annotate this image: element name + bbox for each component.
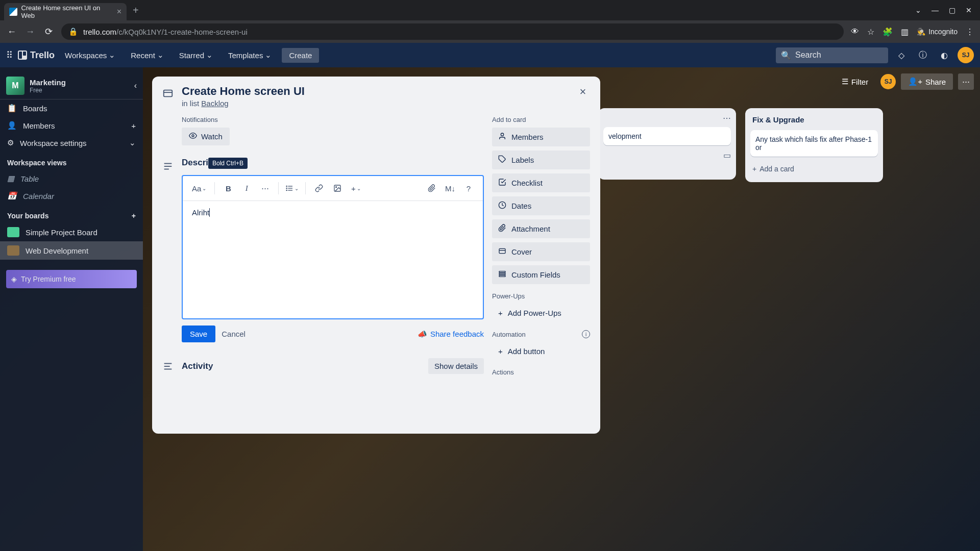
- list-button[interactable]: ⌄: [284, 180, 300, 196]
- italic-button[interactable]: I: [238, 180, 255, 196]
- card-modal: × Create Home screen UI in list Backlog …: [152, 77, 600, 434]
- cover-button[interactable]: Cover: [492, 242, 590, 261]
- tag-icon: [498, 155, 506, 165]
- labels-button[interactable]: Labels: [492, 151, 590, 169]
- editor-textarea[interactable]: Alriht: [183, 201, 483, 318]
- cancel-button[interactable]: Cancel: [222, 330, 246, 338]
- markdown-button[interactable]: M↓: [442, 180, 458, 196]
- insert-button[interactable]: +⌄: [348, 180, 364, 196]
- dates-button[interactable]: Dates: [492, 196, 590, 215]
- editor-help-button[interactable]: ?: [460, 180, 477, 196]
- save-button[interactable]: Save: [182, 325, 215, 342]
- share-feedback-link[interactable]: 📣 Share feedback: [418, 330, 484, 339]
- attachment-button[interactable]: Attachment: [492, 219, 590, 238]
- add-automation-button[interactable]: +Add button: [492, 342, 590, 360]
- svg-point-2: [192, 135, 194, 137]
- editor-toolbar: Aa⌄ B I ⋯ ⌄ +⌄ M↓ ?: [183, 176, 483, 201]
- checklist-button[interactable]: Checklist: [492, 173, 590, 192]
- description-icon: [162, 161, 175, 174]
- text-style-button[interactable]: Aa⌄: [189, 180, 209, 196]
- svg-rect-20: [499, 248, 505, 253]
- watch-button[interactable]: Watch: [182, 128, 230, 145]
- eye-icon: [189, 132, 197, 141]
- members-button[interactable]: Members: [492, 128, 590, 146]
- svg-rect-23: [499, 273, 505, 275]
- attachment-button[interactable]: [424, 180, 440, 196]
- svg-rect-22: [499, 271, 505, 273]
- person-icon: [498, 132, 506, 142]
- notifications-label: Notifications: [182, 116, 484, 123]
- separator: [278, 182, 279, 194]
- bold-tooltip: Bold Ctrl+B: [208, 158, 248, 169]
- svg-point-17: [501, 133, 503, 136]
- card-icon: [162, 88, 175, 102]
- link-button[interactable]: [311, 180, 327, 196]
- card-list-location: in list Backlog: [182, 99, 305, 108]
- megaphone-icon: 📣: [418, 330, 427, 339]
- add-to-card-label: Add to card: [492, 116, 590, 123]
- custom-fields-icon: [498, 270, 506, 280]
- separator: [305, 182, 306, 194]
- custom-fields-button[interactable]: Custom Fields: [492, 265, 590, 284]
- svg-rect-24: [499, 276, 505, 277]
- bold-button[interactable]: B: [220, 180, 236, 196]
- cover-icon: [498, 247, 506, 257]
- svg-rect-0: [164, 90, 173, 97]
- plus-icon: +: [498, 309, 503, 317]
- svg-point-9: [286, 186, 287, 186]
- list-link[interactable]: Backlog: [201, 99, 228, 108]
- close-modal-button[interactable]: ×: [575, 84, 591, 100]
- activity-label: Activity: [182, 361, 421, 371]
- power-ups-label: Power-Ups: [492, 292, 590, 300]
- svg-point-10: [286, 188, 287, 188]
- card-title[interactable]: Create Home screen UI: [182, 85, 305, 98]
- show-details-button[interactable]: Show details: [428, 358, 484, 374]
- add-power-ups-button[interactable]: +Add Power-Ups: [492, 304, 590, 322]
- image-button[interactable]: [329, 180, 346, 196]
- actions-label: Actions: [492, 368, 590, 376]
- info-icon[interactable]: i: [582, 330, 590, 338]
- clock-icon: [498, 201, 506, 211]
- activity-icon: [162, 361, 175, 374]
- separator: [214, 182, 215, 194]
- checklist-icon: [498, 178, 506, 188]
- paperclip-icon: [498, 224, 506, 234]
- svg-point-13: [336, 187, 337, 188]
- svg-point-11: [286, 190, 287, 190]
- description-editor: Aa⌄ B I ⋯ ⌄ +⌄ M↓ ?: [182, 175, 484, 319]
- chevron-down-icon: ⌄: [202, 186, 206, 191]
- chevron-down-icon: ⌄: [295, 186, 299, 191]
- plus-icon: +: [498, 347, 503, 356]
- chevron-down-icon: ⌄: [357, 186, 361, 191]
- more-formatting-button[interactable]: ⋯: [257, 180, 273, 196]
- automation-label: Automationi: [492, 330, 590, 338]
